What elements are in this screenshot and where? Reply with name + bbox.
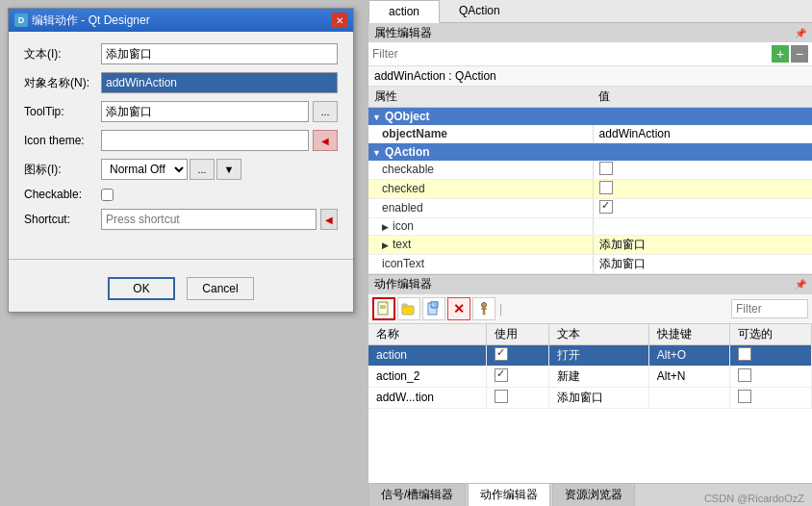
prop-row-checkable[interactable]: checkable (368, 161, 812, 180)
action-editor: 动作编辑器 📌 (368, 275, 812, 484)
addwtion-shortcut (648, 387, 730, 408)
shortcut-input[interactable] (101, 209, 317, 230)
action-used-checkbox (495, 347, 508, 361)
prop-col-property: 属性 (368, 87, 593, 108)
tooltip-input-group: ... (101, 101, 338, 122)
property-editor-title: 属性编辑器 (374, 25, 432, 41)
pin-icon[interactable]: 📌 (795, 28, 806, 38)
prop-value-text: 添加窗口 (593, 235, 812, 254)
dialog-body: 文本(I): 对象名称(N): ToolTip: ... Icon theme: (9, 32, 353, 249)
text-input[interactable] (101, 43, 338, 64)
table-row[interactable]: action_2 新建 Alt+N (368, 366, 812, 387)
icon-theme-reset-button[interactable]: ◀ (313, 130, 338, 151)
action-filter-input[interactable] (731, 299, 808, 318)
dialog-app-icon: D (14, 13, 28, 27)
svg-rect-5 (402, 304, 407, 307)
prop-name-icon: ▶icon (368, 217, 593, 235)
prop-name-objectname: objectName (368, 125, 593, 142)
enabled-prop-checkbox (599, 200, 613, 214)
checkable-row: Checkable: (24, 188, 338, 201)
tab-action[interactable]: action (368, 0, 440, 23)
tab-action-editor[interactable]: 动作编辑器 (468, 483, 550, 506)
property-filter-input[interactable] (372, 44, 770, 63)
svg-text:✎: ✎ (431, 302, 435, 308)
action2-checkable-checkbox (738, 368, 751, 382)
dialog-separator (9, 259, 353, 260)
action-new-button[interactable] (372, 297, 395, 320)
cancel-button[interactable]: Cancel (187, 277, 254, 300)
text-label: 文本(I): (24, 46, 101, 63)
dialog-titlebar: D 编辑动作 - Qt Designer ✕ (9, 9, 353, 32)
prop-value-icon (593, 217, 812, 235)
addwtion-text: 添加窗口 (549, 387, 649, 408)
checkable-checkbox[interactable] (101, 189, 114, 201)
icon-row: 图标(I): Normal Off ... ▼ (24, 159, 338, 180)
action-table: 名称 使用 文本 快捷键 可选的 action 打开 Alt+O action_… (368, 324, 812, 409)
action-delete-button[interactable]: ✕ (447, 297, 470, 320)
shortcut-row: Shortcut: ◀ (24, 209, 338, 230)
checkable-label: Checkable: (24, 188, 101, 201)
tab-signal-slot[interactable]: 信号/槽编辑器 (368, 483, 466, 506)
icon-theme-row: Icon theme: ◀ (24, 130, 338, 151)
shortcut-label: Shortcut: (24, 213, 101, 226)
action-text: 打开 (549, 344, 649, 366)
col-checkable: 可选的 (730, 324, 812, 345)
prop-row-text[interactable]: ▶text 添加窗口 (368, 235, 812, 254)
tab-resource-browser[interactable]: 资源浏览器 (552, 483, 635, 506)
icon-label: 图标(I): (24, 162, 101, 178)
property-editor: 属性编辑器 📌 + − addWinAction : QAction 属性 值 … (368, 23, 812, 275)
action-editor-header: 动作编辑器 📌 (368, 275, 812, 294)
shortcut-reset-button[interactable]: ◀ (320, 209, 338, 230)
prop-row-checked[interactable]: checked (368, 179, 812, 198)
action-edit-button[interactable]: ✎ (422, 297, 445, 320)
prop-row-enabled[interactable]: enabled (368, 198, 812, 217)
prop-col-value: 值 (593, 87, 812, 108)
object-name-row: 对象名称(N): (24, 72, 338, 93)
top-tabs: action QAction (368, 0, 812, 23)
icon-browse-button[interactable]: ... (190, 159, 215, 180)
addwtion-name: addW...tion (368, 387, 486, 408)
action-tools-button[interactable] (472, 297, 495, 320)
prop-value-icontext: 添加窗口 (593, 254, 812, 273)
ok-button[interactable]: OK (108, 277, 175, 300)
property-add-button[interactable]: + (772, 45, 789, 63)
prop-section-qobject: ▼QObject (368, 108, 812, 126)
prop-value-objectname: addWinAction (593, 125, 812, 142)
property-editor-header: 属性编辑器 📌 (368, 23, 812, 42)
table-row[interactable]: action 打开 Alt+O (368, 344, 812, 366)
action-toolbar: ✎ ✕ | (368, 294, 812, 324)
tooltip-input[interactable] (101, 101, 309, 122)
watermark: CSDN @RicardoOzZ (704, 493, 812, 506)
table-row[interactable]: addW...tion 添加窗口 (368, 387, 812, 408)
object-info-text: addWinAction : QAction (374, 69, 496, 83)
action-checkable-checkbox (738, 347, 751, 361)
tooltip-row: ToolTip: ... (24, 101, 338, 122)
dialog-title-left: D 编辑动作 - Qt Designer (14, 13, 150, 29)
icon-extra-button[interactable]: ▼ (216, 159, 241, 180)
col-text: 文本 (549, 324, 649, 345)
icon-dropdown[interactable]: Normal Off (101, 159, 188, 180)
prop-row-objectname[interactable]: objectName addWinAction (368, 125, 812, 142)
dialog-buttons: OK Cancel (9, 269, 353, 312)
icon-theme-input[interactable] (101, 130, 309, 151)
property-minus-button[interactable]: − (791, 45, 808, 63)
property-filter-row: + − (368, 42, 812, 66)
col-shortcut: 快捷键 (648, 324, 730, 345)
prop-row-icontext[interactable]: iconText 添加窗口 (368, 254, 812, 273)
prop-name-checked: checked (368, 179, 593, 198)
action-open-button[interactable] (397, 297, 420, 320)
prop-name-checkable: checkable (368, 161, 593, 180)
action2-name: action_2 (368, 366, 486, 387)
col-name: 名称 (368, 324, 486, 345)
checkable-prop-checkbox (599, 162, 613, 175)
addwtion-used-checkbox (495, 390, 508, 403)
prop-row-icon[interactable]: ▶icon (368, 217, 812, 235)
tab-qaction[interactable]: QAction (440, 0, 520, 22)
action2-text: 新建 (549, 366, 649, 387)
action-pin-icon[interactable]: 📌 (795, 279, 806, 290)
dialog-close-button[interactable]: ✕ (332, 13, 347, 28)
object-name-input[interactable] (101, 72, 338, 93)
action-shortcut: Alt+O (648, 344, 730, 366)
action-editor-title: 动作编辑器 (374, 276, 432, 292)
tooltip-browse-button[interactable]: ... (313, 101, 338, 122)
